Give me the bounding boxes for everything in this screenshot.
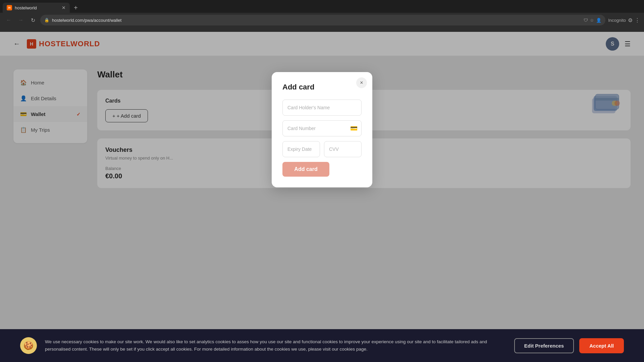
browser-tabs: H hostelworld ✕ + <box>0 0 644 13</box>
tab-close-button[interactable]: ✕ <box>62 5 66 10</box>
close-icon: × <box>360 80 363 86</box>
card-number-input[interactable] <box>282 120 362 136</box>
forward-button[interactable]: → <box>16 15 25 25</box>
modal-title: Add card <box>282 83 362 92</box>
expiry-field <box>282 141 320 157</box>
cookie-buttons: Edit Preferences Accept All <box>514 338 624 353</box>
browser-chrome: H hostelworld ✕ + ← → ↻ 🔒 hostelworld.co… <box>0 0 644 32</box>
active-tab[interactable]: H hostelworld ✕ <box>3 3 70 13</box>
cookie-text: We use necessary cookies to make our sit… <box>45 338 506 353</box>
back-button[interactable]: ← <box>4 15 13 25</box>
expiry-cvv-row <box>282 141 362 157</box>
more-options-icon[interactable]: ⋮ <box>635 17 640 23</box>
card-holder-input[interactable] <box>282 100 362 116</box>
cvv-input[interactable] <box>324 141 362 157</box>
add-card-modal: Add card × 💳 <box>272 72 372 187</box>
modal-overlay[interactable]: Add card × 💳 <box>0 32 644 362</box>
expiry-input[interactable] <box>282 141 320 157</box>
incognito-label: Incognito <box>608 18 626 23</box>
address-bar-icons: 🛡 ☆ 👤 <box>584 18 601 23</box>
browser-toolbar: ← → ↻ 🔒 hostelworld.com/pwa/account/wall… <box>0 13 644 27</box>
new-tab-button[interactable]: + <box>70 3 83 13</box>
credit-card-icon: 💳 <box>350 125 358 132</box>
shield-icon: 🛡 <box>584 18 588 23</box>
lock-icon: 🔒 <box>44 18 49 22</box>
browser-actions: Incognito ⚙ ⋮ <box>608 17 640 23</box>
card-holder-field <box>282 100 362 116</box>
page: ← H HOSTELWORLD S ☰ 🏠 Home 👤 Ed <box>0 32 644 362</box>
modal-close-button[interactable]: × <box>356 77 367 88</box>
tab-title: hostelworld <box>15 5 59 10</box>
accept-all-button[interactable]: Accept All <box>579 338 624 353</box>
extensions-icon[interactable]: ⚙ <box>628 17 633 23</box>
profile-icon[interactable]: 👤 <box>596 18 601 23</box>
star-icon[interactable]: ☆ <box>590 18 594 23</box>
tab-favicon: H <box>7 5 12 10</box>
cookie-banner: 🍪 We use necessary cookies to make our s… <box>0 329 644 362</box>
cookie-icon: 🍪 <box>20 337 37 354</box>
cvv-field <box>324 141 362 157</box>
address-bar[interactable]: 🔒 hostelworld.com/pwa/account/wallet 🛡 ☆… <box>40 15 605 25</box>
submit-label: Add card <box>294 166 317 172</box>
add-card-submit-button[interactable]: Add card <box>282 162 329 177</box>
refresh-button[interactable]: ↻ <box>28 15 38 25</box>
card-number-field: 💳 <box>282 120 362 136</box>
edit-preferences-button[interactable]: Edit Preferences <box>514 338 574 353</box>
url-text: hostelworld.com/pwa/account/wallet <box>52 18 581 23</box>
